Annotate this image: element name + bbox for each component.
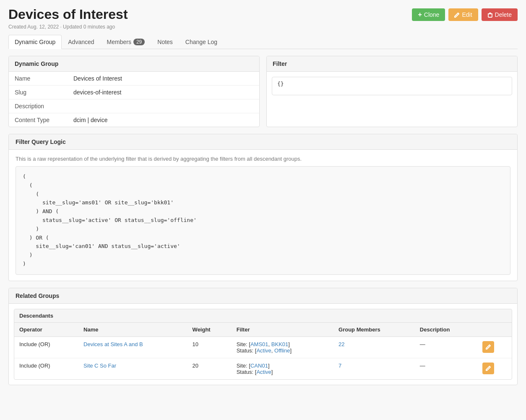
svg-rect-0	[488, 14, 492, 17]
row2-edit-button[interactable]	[482, 363, 494, 374]
row1-members-link[interactable]: 22	[339, 341, 344, 347]
related-groups-header: Related Groups	[9, 288, 517, 304]
clone-button[interactable]: + Clone	[412, 8, 445, 21]
related-groups-body: Descendants Operator Name Weight Filter …	[9, 309, 517, 380]
tab-dynamic-group[interactable]: Dynamic Group	[8, 35, 62, 49]
plus-icon: +	[418, 11, 422, 18]
row1-group-members: 22	[333, 337, 415, 358]
row2-description: —	[415, 358, 478, 379]
col-operator: Operator	[14, 323, 78, 337]
members-badge: 29	[133, 39, 145, 45]
row2-name-link[interactable]: Site C So Far	[83, 363, 116, 369]
filter-card: Filter {}	[266, 56, 518, 127]
row2-actions	[477, 358, 512, 379]
filter-query-logic-header: Filter Query Logic	[9, 134, 517, 150]
pencil-icon	[454, 12, 460, 18]
filter-ams01-link[interactable]: AMS01	[250, 341, 268, 347]
header-actions: + Clone Edit Delete	[412, 7, 518, 21]
field-value-description	[68, 99, 259, 113]
row1-description: —	[415, 337, 478, 358]
table-row: Include (OR) Site C So Far 20 Site: [CAN…	[14, 358, 512, 379]
field-label-name: Name	[9, 72, 68, 86]
row2-group-members: 7	[333, 358, 415, 379]
row1-name-link[interactable]: Devices at Sites A and B	[83, 341, 143, 347]
detail-table: Name Devices of Interest Slug devices-of…	[9, 72, 259, 127]
tab-change-log[interactable]: Change Log	[179, 35, 224, 49]
field-label-slug: Slug	[9, 86, 68, 99]
filter-query-logic-description: This is a raw representation of the unde…	[16, 156, 510, 162]
tab-notes[interactable]: Notes	[151, 35, 179, 49]
row1-filter: Site: [AMS01, BKK01] Status: [Active, Of…	[232, 337, 333, 358]
trash-icon	[487, 12, 493, 18]
row1-edit-button[interactable]	[482, 341, 494, 353]
col-group-members: Group Members	[333, 323, 415, 337]
col-description: Description	[415, 323, 478, 337]
row1-operator: Include (OR)	[14, 337, 78, 358]
related-groups-section: Related Groups Descendants Operator Name…	[8, 288, 518, 385]
row1-name: Devices at Sites A and B	[78, 337, 187, 358]
filter-card-header: Filter	[267, 56, 517, 72]
tab-advanced[interactable]: Advanced	[62, 35, 100, 49]
descendants-header: Descendants	[14, 309, 512, 323]
row2-operator: Include (OR)	[14, 358, 78, 379]
col-name: Name	[78, 323, 187, 337]
table-header-row: Operator Name Weight Filter Group Member…	[14, 323, 512, 337]
field-value-slug: devices-of-interest	[68, 86, 259, 99]
table-row: Slug devices-of-interest	[9, 86, 259, 99]
col-filter: Filter	[232, 323, 333, 337]
field-label-content-type: Content Type	[9, 113, 68, 127]
table-row: Include (OR) Devices at Sites A and B 10…	[14, 337, 512, 358]
tabs: Dynamic Group Advanced Members 29 Notes …	[8, 35, 518, 49]
col-actions	[477, 323, 512, 337]
field-value-name: Devices of Interest	[68, 72, 259, 86]
field-value-content-type: dcim | device	[68, 113, 259, 127]
filter-value: {}	[272, 77, 512, 95]
table-row: Name Devices of Interest	[9, 72, 259, 86]
filter-bkk01-link[interactable]: BKK01	[271, 341, 288, 347]
filter-can01-link[interactable]: CAN01	[250, 363, 268, 369]
row2-weight: 20	[187, 358, 232, 379]
row2-filter: Site: [CAN01] Status: [Active]	[232, 358, 333, 379]
filter-query-code: ( ( ( site__slug='ams01' OR site__slug='…	[16, 166, 510, 275]
page-title: Devices of Interest	[8, 7, 128, 22]
filter-query-logic-section: Filter Query Logic This is a raw represe…	[8, 134, 518, 281]
col-weight: Weight	[187, 323, 232, 337]
row1-actions	[477, 337, 512, 358]
row2-members-link[interactable]: 7	[339, 363, 341, 369]
filter-active2-link[interactable]: Active	[256, 369, 271, 375]
dynamic-group-card: Dynamic Group Name Devices of Interest S…	[8, 56, 260, 127]
filter-active1-link[interactable]: Active	[256, 347, 271, 354]
row1-weight: 10	[187, 337, 232, 358]
row2-name: Site C So Far	[78, 358, 187, 379]
pencil-icon-row1	[486, 344, 491, 350]
table-row: Description	[9, 99, 259, 113]
descendants-table: Operator Name Weight Filter Group Member…	[14, 323, 512, 379]
pencil-icon-row2	[486, 365, 491, 371]
field-label-description: Description	[9, 99, 68, 113]
meta-text: Created Aug. 12, 2022 · Updated 0 minute…	[8, 24, 518, 30]
table-row: Content Type dcim | device	[9, 113, 259, 127]
delete-button[interactable]: Delete	[482, 8, 518, 21]
filter-offline-link[interactable]: Offline	[274, 347, 290, 354]
tab-members[interactable]: Members 29	[101, 35, 151, 49]
edit-button[interactable]: Edit	[448, 8, 478, 21]
descendants-card: Descendants Operator Name Weight Filter …	[14, 309, 512, 380]
dynamic-group-card-header: Dynamic Group	[9, 56, 259, 72]
